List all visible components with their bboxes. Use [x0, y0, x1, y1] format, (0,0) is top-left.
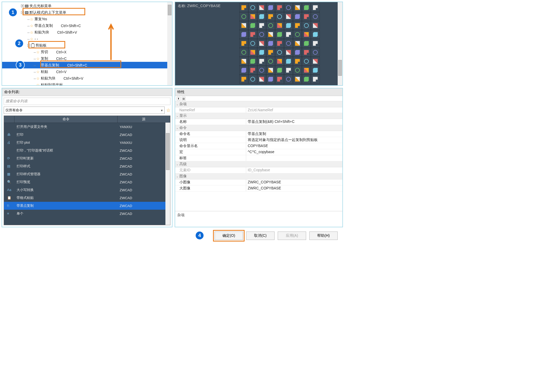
menu-tree[interactable]: +夹点光标菜单−默认模式的上下文菜单—☆重复%s—☆带基点复制Ctrl+Shif…	[2, 2, 172, 86]
palette-icon[interactable]	[284, 3, 293, 12]
palette-icon[interactable]	[293, 57, 302, 66]
palette-icon[interactable]	[284, 39, 293, 48]
palette-icon[interactable]	[275, 12, 284, 21]
palette-icon[interactable]	[275, 30, 284, 39]
palette-icon[interactable]	[266, 21, 275, 30]
palette-icon[interactable]	[257, 75, 266, 84]
properties-grid[interactable]: ⌄杂项NameRefZcUd.NameRef⌄显示名称带基点复制(&B) Ctr…	[175, 101, 342, 211]
command-table-body[interactable]: 打开用户设置文件夹YANXIU🖶打印ZWCAD🖨打印 plotYANXIU打印，…	[4, 123, 170, 218]
palette-icon[interactable]	[284, 48, 293, 57]
property-value[interactable]	[246, 155, 342, 161]
command-row[interactable]: ⎘带基点复制ZWCAD	[4, 202, 170, 210]
command-row[interactable]: Aa大小写转换ZWCAD	[4, 186, 170, 194]
tree-row[interactable]: —☆粘贴为块Ctrl+Shift+V	[2, 75, 172, 82]
palette-icon[interactable]	[293, 21, 302, 30]
palette-icon[interactable]	[311, 48, 320, 57]
palette-icon[interactable]	[284, 66, 293, 75]
property-row[interactable]: 标签	[175, 155, 342, 161]
cancel-button[interactable]: 取消(C)	[246, 232, 275, 240]
property-value[interactable]: 将选定对象与指定的基点一起复制到剪贴板	[246, 137, 342, 143]
palette-icon[interactable]	[302, 21, 311, 30]
palette-icon[interactable]	[257, 21, 266, 30]
palette-icon[interactable]	[275, 57, 284, 66]
palette-icon[interactable]	[311, 75, 320, 84]
palette-icon[interactable]	[248, 39, 257, 48]
tree-row[interactable]: —☆剪切Ctrl+X	[2, 49, 172, 55]
palette-icon[interactable]	[248, 12, 257, 21]
palette-icon[interactable]	[302, 57, 311, 66]
palette-icon[interactable]	[248, 48, 257, 57]
command-row[interactable]: ▤打印样式ZWCAD	[4, 162, 170, 170]
palette-icon[interactable]	[266, 39, 275, 48]
tree-row[interactable]: —☆带基点复制Ctrl+Shift+C	[2, 62, 172, 68]
palette-icon[interactable]	[275, 21, 284, 30]
palette-icon[interactable]	[239, 66, 248, 75]
palette-icon[interactable]	[284, 30, 293, 39]
palette-icon[interactable]	[239, 3, 248, 12]
palette-icon[interactable]	[275, 66, 284, 75]
palette-icon[interactable]	[293, 48, 302, 57]
tree-row[interactable]: —☆粘贴Ctrl+V	[2, 68, 172, 75]
property-value[interactable]: ZWRC_COPYBASE	[246, 179, 342, 185]
palette-icon[interactable]	[248, 3, 257, 12]
command-row[interactable]: 打印，"打印选项"对话框ZWCAD	[4, 147, 170, 154]
property-row[interactable]: 元素IDID_Copybase	[175, 167, 342, 173]
props-sort-icon[interactable]: ⬍	[177, 97, 180, 100]
property-row[interactable]: 大图像ZWRC_COPYBASE	[175, 185, 342, 192]
palette-icon[interactable]	[302, 3, 311, 12]
property-value[interactable]: COPYBASE	[246, 143, 342, 149]
palette-icon[interactable]	[248, 21, 257, 30]
palette-icon[interactable]	[266, 48, 275, 57]
palette-icon[interactable]	[311, 66, 320, 75]
palette-icon[interactable]	[266, 66, 275, 75]
property-row[interactable]: 说明将选定对象与指定的基点一起复制到剪贴板	[175, 137, 342, 143]
palette-icon[interactable]	[311, 30, 320, 39]
ok-button[interactable]: 确定(O)	[215, 232, 243, 240]
palette-icon[interactable]	[311, 21, 320, 30]
palette-icon[interactable]	[266, 75, 275, 84]
command-search-input[interactable]: 搜索命令列表	[4, 98, 170, 105]
command-row[interactable]: ≡单个ZWCAD	[4, 210, 170, 218]
palette-icon[interactable]	[248, 75, 257, 84]
palette-icon[interactable]	[311, 39, 320, 48]
property-value[interactable]: ZWRC_COPYBASE	[246, 185, 342, 191]
tree-row[interactable]: —☆重复%s	[2, 16, 172, 22]
property-category[interactable]: ⌄图像	[175, 173, 342, 179]
tree-row[interactable]: —☆带基点复制Ctrl+Shift+C	[2, 22, 172, 29]
palette-icon[interactable]	[275, 75, 284, 84]
palette-icon[interactable]	[293, 39, 302, 48]
palette-icon[interactable]	[302, 30, 311, 39]
palette-icon[interactable]	[248, 57, 257, 66]
command-scrollbar[interactable]	[165, 123, 170, 225]
apply-button[interactable]: 应用(A)	[278, 232, 306, 240]
palette-icon[interactable]	[311, 12, 320, 21]
icon-palette-grid[interactable]	[238, 2, 342, 85]
command-row[interactable]: ▦打印样式管理器ZWCAD	[4, 170, 170, 178]
property-row[interactable]: 宏^C^C_copybase	[175, 149, 342, 155]
palette-icon[interactable]	[293, 30, 302, 39]
palette-icon[interactable]	[257, 30, 266, 39]
palette-icon[interactable]	[311, 57, 320, 66]
props-cat-icon[interactable]: ▤	[182, 97, 185, 100]
tree-row[interactable]: −剪贴板	[2, 42, 172, 49]
property-category[interactable]: ⌄杂项	[175, 101, 342, 107]
palette-icon[interactable]	[266, 3, 275, 12]
property-category[interactable]: ⌄显示	[175, 113, 342, 119]
palette-icon[interactable]	[239, 57, 248, 66]
command-row[interactable]: 🖨打印 plotYANXIU	[4, 139, 170, 147]
property-row[interactable]: 命令名带基点复制	[175, 131, 342, 137]
palette-icon[interactable]	[239, 48, 248, 57]
palette-scrollbar[interactable]	[338, 2, 342, 85]
palette-icon[interactable]	[302, 39, 311, 48]
command-row[interactable]: 📋带格式粘贴ZWCAD	[4, 194, 170, 202]
palette-icon[interactable]	[293, 66, 302, 75]
command-row[interactable]: 🔍打印预览ZWCAD	[4, 178, 170, 186]
collapse-icon[interactable]: −	[27, 44, 30, 47]
collapse-icon[interactable]: −	[21, 11, 24, 14]
palette-icon[interactable]	[239, 75, 248, 84]
help-button[interactable]: 帮助(H)	[309, 232, 338, 240]
palette-icon[interactable]	[302, 48, 311, 57]
palette-icon[interactable]	[257, 3, 266, 12]
palette-icon[interactable]	[257, 48, 266, 57]
property-category[interactable]: ⌄命令	[175, 125, 342, 131]
